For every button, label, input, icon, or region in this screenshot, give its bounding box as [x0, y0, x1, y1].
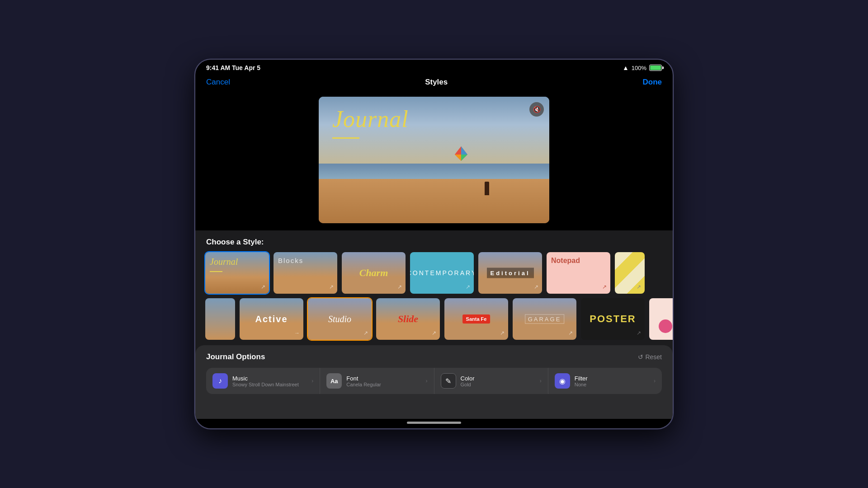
cancel-button[interactable]: Cancel [206, 78, 230, 87]
home-indicator [195, 419, 673, 428]
notepad-arrow-icon: ↗ [602, 284, 607, 290]
style-card-active[interactable]: Active → [239, 297, 304, 341]
font-value: Canela Regular [346, 382, 421, 387]
style-row-2: Active → Studio ↗ Slide [204, 297, 673, 341]
filter-text: Filter None [575, 375, 649, 387]
options-row: ♪ Music Snowy Stroll Down Mainstreet › A… [206, 368, 662, 394]
figure-silhouette [485, 182, 489, 195]
color-text: Color Gold [461, 375, 535, 387]
wifi-icon: ▲ [623, 64, 629, 71]
style-card-charm[interactable]: Charm ↗ [341, 251, 406, 295]
style-card-poster[interactable]: POSTER ↗ [580, 297, 646, 341]
active-arrow-icon: → [294, 330, 300, 336]
music-option[interactable]: ♪ Music Snowy Stroll Down Mainstreet › [206, 368, 320, 394]
main-content: Choose a Style: Journal ↗ [195, 230, 673, 419]
style-card-santafe[interactable]: Santa Fe ↗ [443, 297, 509, 341]
battery-percent: 100% [632, 65, 646, 71]
style-card-blocks[interactable]: Blocks ↗ [273, 251, 338, 295]
style-card-sticker[interactable] [648, 297, 673, 341]
music-chevron-icon: › [311, 378, 313, 384]
music-label: Music [232, 375, 307, 382]
battery-icon [649, 65, 662, 71]
slide-arrow-icon: ↗ [432, 330, 436, 336]
music-icon: ♪ [212, 373, 228, 389]
preview-title: Journal [332, 106, 409, 132]
color-value: Gold [461, 382, 535, 387]
studio-arrow-icon: ↗ [363, 330, 368, 336]
style-grid: Journal ↗ Blocks ↗ [195, 251, 673, 343]
filter-icon: ◉ [555, 373, 570, 389]
editorial-arrow-icon: ↗ [534, 284, 538, 290]
preview-area: Journal 🔇 [195, 92, 673, 230]
style-card-editorial[interactable]: Editorial ↗ [477, 251, 543, 295]
style-row-1: Journal ↗ Blocks ↗ [204, 251, 673, 295]
svg-marker-2 [461, 155, 467, 161]
style-card-studio[interactable]: Studio ↗ [307, 297, 373, 341]
svg-marker-4 [455, 146, 461, 155]
filter-option[interactable]: ◉ Filter None › [548, 368, 662, 394]
studio-label: Studio [328, 314, 351, 324]
filter-chevron-icon: › [654, 378, 656, 384]
reset-button[interactable]: ↺ Reset [638, 353, 662, 361]
filter-label: Filter [575, 375, 649, 382]
font-icon: Aa [326, 373, 342, 389]
style-card-garage[interactable]: Garage ↗ [512, 297, 577, 341]
svg-marker-1 [461, 146, 467, 155]
font-option[interactable]: Aa Font Canela Regular › [320, 368, 434, 394]
journal-arrow-icon: ↗ [261, 284, 265, 290]
garage-label: Garage [525, 314, 565, 324]
style-card-journal[interactable]: Journal ↗ [204, 251, 270, 295]
santafe-label: Santa Fe [462, 314, 491, 324]
status-bar: 9:41 AM Tue Apr 5 ▲ 100% [195, 60, 673, 74]
garage-arrow-icon: ↗ [568, 330, 573, 336]
poster-label: POSTER [590, 313, 636, 325]
nav-title: Styles [425, 78, 448, 87]
blocks-arrow-icon: ↗ [329, 284, 334, 290]
mute-button[interactable]: 🔇 [529, 102, 544, 117]
slide-label: Slide [398, 313, 418, 325]
color-icon: ✎ [441, 373, 456, 389]
kite-icon [451, 145, 471, 164]
preview-background: Journal [319, 97, 549, 223]
poster-arrow-icon: ↗ [637, 330, 641, 336]
svg-marker-3 [455, 155, 461, 161]
filter-value: None [575, 382, 649, 387]
battery-fill [650, 66, 661, 70]
preview-water [319, 164, 549, 179]
style-card-partial-left[interactable] [204, 297, 236, 341]
font-label: Font [346, 375, 421, 382]
style-card-notepad[interactable]: Notepad ↗ [546, 251, 611, 295]
options-header: Journal Options ↺ Reset [206, 352, 662, 361]
device-frame: 9:41 AM Tue Apr 5 ▲ 100% Cancel Styles D… [194, 59, 674, 429]
preview-card: Journal 🔇 [319, 97, 549, 223]
color-chevron-icon: › [540, 378, 542, 384]
style-card-tile[interactable]: ↗ [614, 251, 646, 295]
color-option[interactable]: ✎ Color Gold › [434, 368, 548, 394]
preview-underline [332, 137, 359, 139]
active-label: Active [255, 314, 288, 324]
reset-label: Reset [645, 353, 662, 361]
preview-ground [319, 179, 549, 223]
font-text: Font Canela Regular [346, 375, 421, 387]
choose-style-label: Choose a Style: [195, 230, 673, 251]
font-chevron-icon: › [426, 378, 428, 384]
style-card-slide[interactable]: Slide ↗ [375, 297, 441, 341]
device-screen: 9:41 AM Tue Apr 5 ▲ 100% Cancel Styles D… [195, 60, 673, 428]
music-value: Snowy Stroll Down Mainstreet [232, 382, 307, 387]
tile-arrow-icon: ↗ [637, 284, 641, 290]
style-card-contemporary[interactable]: Contemporary ↗ [409, 251, 475, 295]
contemporary-arrow-icon: ↗ [466, 284, 470, 290]
santafe-arrow-icon: ↗ [500, 330, 505, 336]
status-time: 9:41 AM Tue Apr 5 [206, 64, 260, 71]
charm-arrow-icon: ↗ [397, 284, 402, 290]
reset-icon: ↺ [638, 353, 643, 361]
color-label: Color [461, 375, 535, 382]
music-text: Music Snowy Stroll Down Mainstreet [232, 375, 307, 387]
options-area: Journal Options ↺ Reset ♪ Music Snowy St… [195, 345, 673, 419]
home-bar[interactable] [407, 422, 461, 424]
status-right: ▲ 100% [623, 64, 662, 71]
done-button[interactable]: Done [642, 78, 662, 87]
options-title: Journal Options [206, 352, 265, 361]
nav-bar: Cancel Styles Done [195, 74, 673, 92]
charm-label: Charm [359, 267, 388, 279]
